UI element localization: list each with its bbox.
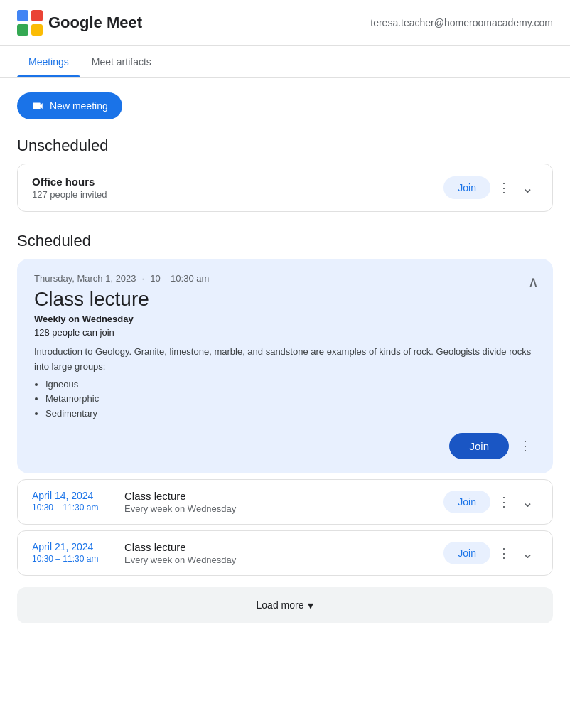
svg-rect-1 xyxy=(31,10,43,21)
tab-meet-artifacts[interactable]: Meet artifacts xyxy=(80,46,163,77)
new-meeting-button[interactable]: New meeting xyxy=(17,92,122,119)
class-lecture-join-button[interactable]: Join xyxy=(449,433,509,459)
class-lecture-more-button[interactable]: ⋮ xyxy=(515,435,536,456)
class-lecture-time: 10 – 10:30 am xyxy=(150,273,209,284)
list-item: Igneous xyxy=(45,378,536,392)
scheduled-item-0-name: Class lecture xyxy=(124,490,236,502)
class-lecture-title: Class lecture xyxy=(34,288,536,311)
scheduled-item-0: April 14, 2024 10:30 – 11:30 am Class le… xyxy=(17,479,553,525)
list-item: Sedimentary xyxy=(45,407,536,422)
scheduled-item-1-name: Class lecture xyxy=(124,541,236,553)
class-lecture-expanded-card: ∧ Thursday, March 1, 2023 · 10 – 10:30 a… xyxy=(17,259,553,473)
office-hours-more-button[interactable]: ⋮ xyxy=(493,177,515,198)
scheduled-item-1-recurrence: Every week on Wednesday xyxy=(124,555,236,565)
list-item: Metamorphic xyxy=(45,392,536,407)
description-list: Igneous Metamorphic Sedimentary xyxy=(34,378,536,422)
three-dots-icon: ⋮ xyxy=(498,496,510,508)
three-dots-icon: ⋮ xyxy=(519,439,532,452)
chevron-down-icon: ⌄ xyxy=(522,546,534,560)
scheduled-item-1-actions: Join ⋮ ⌄ xyxy=(443,542,538,564)
google-meet-icon xyxy=(17,10,43,36)
user-email: teresa.teacher@homeroomacademy.com xyxy=(370,17,553,28)
class-lecture-date-time: Thursday, March 1, 2023 · 10 – 10:30 am xyxy=(34,273,536,284)
svg-rect-0 xyxy=(17,10,28,21)
scheduled-item-0-time: 10:30 – 11:30 am xyxy=(32,503,110,513)
scheduled-item-1-info: Class lecture Every week on Wednesday xyxy=(124,541,236,565)
chevron-down-icon: ⌄ xyxy=(522,495,534,509)
office-hours-info: Office hours 127 people invited xyxy=(32,176,107,200)
app-name: Google Meet xyxy=(48,14,142,32)
chevron-up-icon: ∧ xyxy=(528,274,539,289)
scheduled-item-1-left: April 21, 2024 10:30 – 11:30 am Class le… xyxy=(32,541,236,565)
class-lecture-collapse-button[interactable]: ∧ xyxy=(528,273,539,290)
new-meeting-label: New meeting xyxy=(50,100,108,112)
tab-meetings[interactable]: Meetings xyxy=(17,46,80,77)
class-lecture-people-count: 128 people can join xyxy=(34,327,536,338)
office-hours-actions: Join ⋮ ⌄ xyxy=(443,176,538,199)
load-more-arrow-icon: ▾ xyxy=(308,599,313,612)
three-dots-icon: ⋮ xyxy=(498,181,510,194)
scheduled-item-1-date-block: April 21, 2024 10:30 – 11:30 am xyxy=(32,541,110,564)
office-hours-collapse-button[interactable]: ⌄ xyxy=(517,176,538,199)
load-more-bar[interactable]: Load more ▾ xyxy=(17,587,553,623)
scheduled-item-1: April 21, 2024 10:30 – 11:30 am Class le… xyxy=(17,530,553,576)
scheduled-item-1-join-button[interactable]: Join xyxy=(443,542,490,564)
office-hours-card: Office hours 127 people invited Join ⋮ ⌄ xyxy=(17,164,553,212)
scheduled-item-1-more-button[interactable]: ⋮ xyxy=(493,542,515,564)
scheduled-item-0-info: Class lecture Every week on Wednesday xyxy=(124,490,236,514)
description-intro: Introduction to Geology. Granite, limest… xyxy=(34,346,531,372)
scheduled-item-0-join-button[interactable]: Join xyxy=(443,491,490,513)
chevron-down-icon: ⌄ xyxy=(522,181,534,195)
class-lecture-description: Introduction to Geology. Granite, limest… xyxy=(34,345,536,422)
office-hours-title: Office hours xyxy=(32,176,107,188)
scheduled-item-0-more-button[interactable]: ⋮ xyxy=(493,491,515,513)
scheduled-item-0-expand-button[interactable]: ⌄ xyxy=(517,491,538,513)
office-hours-join-button[interactable]: Join xyxy=(443,176,490,199)
header: Google Meet teresa.teacher@homeroomacade… xyxy=(0,0,570,46)
unscheduled-heading: Unscheduled xyxy=(17,136,553,155)
three-dots-icon: ⋮ xyxy=(498,547,510,560)
scheduled-item-0-actions: Join ⋮ ⌄ xyxy=(443,491,538,513)
unscheduled-section: Unscheduled Office hours 127 people invi… xyxy=(17,136,553,212)
office-hours-subtitle: 127 people invited xyxy=(32,189,107,200)
dot-separator: · xyxy=(142,273,145,284)
scheduled-item-0-left: April 14, 2024 10:30 – 11:30 am Class le… xyxy=(32,490,236,514)
class-lecture-bottom-row: Join ⋮ xyxy=(34,433,536,459)
scheduled-item-0-date-block: April 14, 2024 10:30 – 11:30 am xyxy=(32,490,110,513)
video-camera-icon xyxy=(31,100,44,112)
scheduled-section: Scheduled ∧ Thursday, March 1, 2023 · 10… xyxy=(17,232,553,623)
main-content: New meeting Unscheduled Office hours 127… xyxy=(0,78,570,638)
class-lecture-recurrence: Weekly on Wednesday xyxy=(34,314,536,324)
scheduled-item-1-date: April 21, 2024 xyxy=(32,541,110,552)
scheduled-heading: Scheduled xyxy=(17,232,553,250)
tabs-bar: Meetings Meet artifacts xyxy=(0,46,570,78)
scheduled-item-1-time: 10:30 – 11:30 am xyxy=(32,554,110,564)
scheduled-item-0-recurrence: Every week on Wednesday xyxy=(124,503,236,514)
svg-rect-3 xyxy=(31,24,43,36)
class-lecture-date: Thursday, March 1, 2023 xyxy=(34,273,136,284)
svg-rect-2 xyxy=(17,24,28,36)
header-left: Google Meet xyxy=(17,10,142,36)
scheduled-item-1-expand-button[interactable]: ⌄ xyxy=(517,542,538,564)
load-more-label: Load more xyxy=(257,599,304,611)
scheduled-item-0-date: April 14, 2024 xyxy=(32,490,110,501)
